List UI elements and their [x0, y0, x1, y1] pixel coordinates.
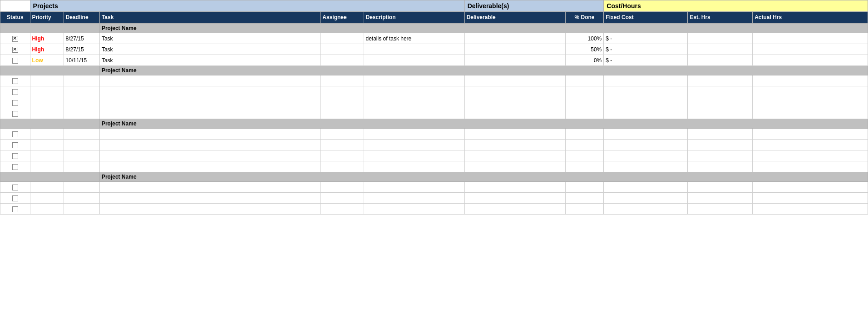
- description-cell[interactable]: [364, 150, 464, 161]
- task-cell[interactable]: Task: [99, 44, 320, 55]
- status-cell[interactable]: [0, 193, 30, 204]
- description-cell[interactable]: [364, 44, 464, 55]
- status-cell[interactable]: [0, 150, 30, 161]
- actual-hrs-cell[interactable]: [753, 129, 868, 140]
- checkbox-unchecked[interactable]: [12, 195, 18, 201]
- deliverable-cell[interactable]: [464, 97, 565, 108]
- status-cell[interactable]: [0, 75, 30, 86]
- task-cell[interactable]: Task: [99, 33, 320, 44]
- assignee-cell[interactable]: [321, 44, 364, 55]
- actual-hrs-cell[interactable]: [753, 204, 868, 215]
- description-cell[interactable]: [364, 193, 464, 204]
- assignee-cell[interactable]: [321, 150, 364, 161]
- fixed-cost-cell[interactable]: [604, 193, 688, 204]
- deliverable-cell[interactable]: [464, 204, 565, 215]
- description-cell[interactable]: [364, 108, 464, 119]
- status-cell[interactable]: [0, 33, 30, 44]
- est-hrs-cell[interactable]: [688, 75, 753, 86]
- status-cell[interactable]: [0, 97, 30, 108]
- task-cell[interactable]: [99, 193, 320, 204]
- est-hrs-cell[interactable]: [688, 204, 753, 215]
- fixed-cost-cell[interactable]: $ -: [604, 44, 688, 55]
- actual-hrs-cell[interactable]: [753, 193, 868, 204]
- actual-hrs-cell[interactable]: [753, 150, 868, 161]
- task-cell[interactable]: [99, 129, 320, 140]
- deliverable-cell[interactable]: [464, 44, 565, 55]
- checkbox-unchecked[interactable]: [12, 142, 18, 148]
- checkbox-unchecked[interactable]: [12, 111, 18, 117]
- checkbox-checked[interactable]: [12, 47, 18, 53]
- checkbox-unchecked[interactable]: [12, 206, 18, 212]
- est-hrs-cell[interactable]: [688, 182, 753, 193]
- fixed-cost-cell[interactable]: [604, 140, 688, 150]
- actual-hrs-cell[interactable]: [753, 182, 868, 193]
- assignee-cell[interactable]: [321, 193, 364, 204]
- description-cell[interactable]: [364, 161, 464, 172]
- checkbox-unchecked[interactable]: [12, 89, 18, 95]
- deliverable-cell[interactable]: [464, 108, 565, 119]
- checkbox-unchecked[interactable]: [12, 131, 18, 137]
- est-hrs-cell[interactable]: [688, 97, 753, 108]
- assignee-cell[interactable]: [321, 108, 364, 119]
- description-cell[interactable]: [364, 97, 464, 108]
- deliverable-cell[interactable]: [464, 86, 565, 97]
- assignee-cell[interactable]: [321, 86, 364, 97]
- description-cell[interactable]: [364, 86, 464, 97]
- est-hrs-cell[interactable]: [688, 44, 753, 55]
- fixed-cost-cell[interactable]: [604, 86, 688, 97]
- status-cell[interactable]: [0, 108, 30, 119]
- checkbox-unchecked[interactable]: [12, 58, 18, 64]
- checkbox-unchecked[interactable]: [12, 153, 18, 159]
- actual-hrs-cell[interactable]: [753, 33, 868, 44]
- assignee-cell[interactable]: [321, 182, 364, 193]
- actual-hrs-cell[interactable]: [753, 75, 868, 86]
- assignee-cell[interactable]: [321, 161, 364, 172]
- est-hrs-cell[interactable]: [688, 55, 753, 66]
- description-cell[interactable]: [364, 182, 464, 193]
- assignee-cell[interactable]: [321, 97, 364, 108]
- task-cell[interactable]: [99, 204, 320, 215]
- actual-hrs-cell[interactable]: [753, 161, 868, 172]
- deliverable-cell[interactable]: [464, 55, 565, 66]
- fixed-cost-cell[interactable]: [604, 204, 688, 215]
- est-hrs-cell[interactable]: [688, 108, 753, 119]
- description-cell[interactable]: [364, 75, 464, 86]
- assignee-cell[interactable]: [321, 140, 364, 150]
- deliverable-cell[interactable]: [464, 182, 565, 193]
- fixed-cost-cell[interactable]: [604, 182, 688, 193]
- status-cell[interactable]: [0, 140, 30, 150]
- est-hrs-cell[interactable]: [688, 150, 753, 161]
- actual-hrs-cell[interactable]: [753, 108, 868, 119]
- actual-hrs-cell[interactable]: [753, 44, 868, 55]
- status-cell[interactable]: [0, 161, 30, 172]
- actual-hrs-cell[interactable]: [753, 55, 868, 66]
- fixed-cost-cell[interactable]: [604, 129, 688, 140]
- assignee-cell[interactable]: [321, 33, 364, 44]
- task-cell[interactable]: [99, 75, 320, 86]
- description-cell[interactable]: details of task here: [364, 33, 464, 44]
- est-hrs-cell[interactable]: [688, 33, 753, 44]
- fixed-cost-cell[interactable]: [604, 161, 688, 172]
- task-cell[interactable]: [99, 150, 320, 161]
- status-cell[interactable]: [0, 204, 30, 215]
- actual-hrs-cell[interactable]: [753, 86, 868, 97]
- status-cell[interactable]: [0, 44, 30, 55]
- fixed-cost-cell[interactable]: $ -: [604, 33, 688, 44]
- fixed-cost-cell[interactable]: [604, 108, 688, 119]
- description-cell[interactable]: [364, 55, 464, 66]
- assignee-cell[interactable]: [321, 75, 364, 86]
- fixed-cost-cell[interactable]: [604, 150, 688, 161]
- task-cell[interactable]: [99, 182, 320, 193]
- description-cell[interactable]: [364, 204, 464, 215]
- est-hrs-cell[interactable]: [688, 140, 753, 150]
- description-cell[interactable]: [364, 129, 464, 140]
- deliverable-cell[interactable]: [464, 140, 565, 150]
- task-cell[interactable]: Task: [99, 55, 320, 66]
- checkbox-unchecked[interactable]: [12, 100, 18, 106]
- deliverable-cell[interactable]: [464, 33, 565, 44]
- actual-hrs-cell[interactable]: [753, 140, 868, 150]
- deliverable-cell[interactable]: [464, 150, 565, 161]
- status-cell[interactable]: [0, 182, 30, 193]
- checkbox-checked[interactable]: [12, 36, 18, 42]
- deliverable-cell[interactable]: [464, 75, 565, 86]
